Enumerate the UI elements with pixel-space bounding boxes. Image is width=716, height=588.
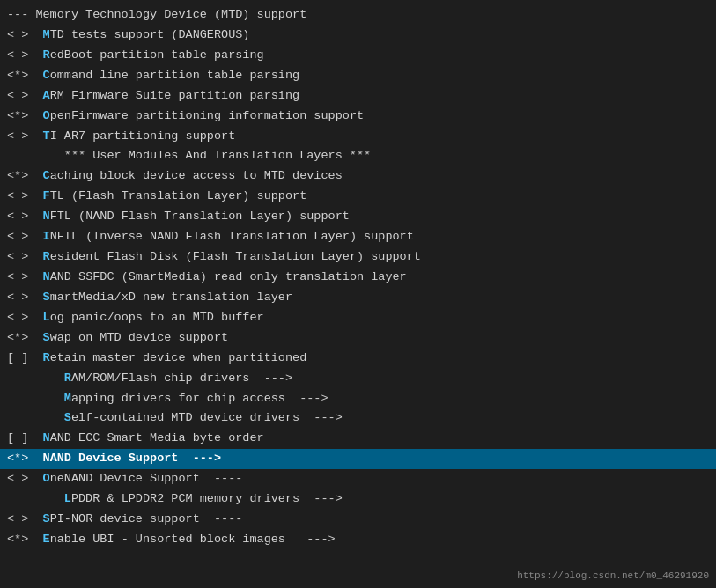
line-text: --- Memory Technology Device (MTD) suppo… [7,6,306,25]
line-control: [ ] [7,349,43,368]
line-accent: C [43,67,50,85]
line-text: TL (Flash Translation Layer) support [50,187,307,206]
line-accent: N [43,268,50,287]
terminal-line-line12: < > INFTL (Inverse NAND Flash Translatio… [0,227,716,247]
line-control: < > [7,248,43,267]
terminal-line-line11: < > NFTL (NAND Flash Translation Layer) … [0,207,716,227]
line-text: TD tests support (DANGEROUS) [50,26,250,45]
terminal-line-line20: Mapping drivers for chip access ---> [0,389,716,409]
terminal-window: --- Memory Technology Device (MTD) suppo… [0,0,716,588]
line-text: AND SSFDC (SmartMedia) read only transla… [50,268,407,287]
line-accent: N [43,208,50,226]
line-accent: S [64,409,71,428]
line-text: AND ECC Smart Media byte order [50,430,264,448]
line-text: AND Device Support ---> [50,450,221,468]
line-accent: S [43,289,50,307]
line-text: NFTL (Inverse NAND Flash Translation Lay… [50,228,414,246]
line-accent: O [43,107,50,126]
line-text: PDDR & LPDDR2 PCM memory drivers ---> [71,490,343,509]
terminal-line-line8: *** User Modules And Translation Layers … [0,146,716,166]
terminal-line-line16: < > Log panic/oops to an MTD buffer [0,308,716,328]
terminal-line-line2: < > MTD tests support (DANGEROUS) [0,26,716,46]
line-accent: M [64,390,71,408]
line-text: elf-contained MTD device drivers ---> [71,409,343,428]
terminal-line-line3: < > RedBoot partition table parsing [0,46,716,66]
line-control: <*> [7,531,43,549]
line-text: penFirmware partitioning information sup… [50,107,364,126]
line-control: < > [7,268,43,287]
line-accent: N [43,450,50,468]
line-accent: F [43,187,50,206]
line-control: <*> [7,167,43,186]
line-text: martMedia/xD new translation layer [50,289,292,307]
terminal-line-line26: < > SPI-NOR device support ---- [0,510,716,530]
terminal-line-line5: < > ARM Firmware Suite partition parsing [0,86,716,107]
terminal-line-line4: <*> Command line partition table parsing [0,66,716,86]
line-accent: C [43,167,50,186]
line-text: FTL (NAND Flash Translation Layer) suppo… [50,208,350,226]
line-control [7,409,64,428]
terminal-line-line9: <*> Caching block device access to MTD d… [0,166,716,187]
watermark: https://blog.csdn.net/m0_46291920 [517,570,709,581]
line-control: < > [7,128,43,146]
line-control: < > [7,26,43,45]
terminal-line-line13: < > Resident Flash Disk (Flash Translati… [0,247,716,268]
line-text: aching block device access to MTD device… [50,167,343,186]
line-accent: L [64,490,71,509]
line-accent: O [43,470,50,489]
line-accent: R [43,248,50,267]
line-control: [ ] [7,430,43,448]
terminal-line-line6: <*> OpenFirmware partitioning informatio… [0,107,716,127]
line-control: <*> [7,107,43,126]
line-text: og panic/oops to an MTD buffer [50,309,264,327]
line-control: <*> [7,450,43,468]
line-control [7,390,64,408]
terminal-line-line23: <*> NAND Device Support ---> [0,449,716,469]
terminal-line-line10: < > FTL (Flash Translation Layer) suppor… [0,187,716,207]
terminal-line-line17: <*> Swap on MTD device support [0,328,716,349]
line-control: <*> [7,67,43,85]
terminal-line-line7: < > TI AR7 partitioning support [0,127,716,147]
terminal-line-line15: < > SmartMedia/xD new translation layer [0,288,716,308]
line-control: < > [7,208,43,226]
terminal-line-line21: Self-contained MTD device drivers ---> [0,408,716,429]
terminal-line-line19: RAM/ROM/Flash chip drivers ---> [0,369,716,389]
line-text: *** User Modules And Translation Layers … [7,147,371,165]
line-accent: I [43,228,50,246]
line-accent: R [64,370,71,388]
line-text: ommand line partition table parsing [50,67,300,85]
line-accent: T [43,128,50,146]
line-text: etain master device when partitioned [50,349,307,368]
line-control [7,370,64,388]
terminal-line-line1: --- Memory Technology Device (MTD) suppo… [0,5,716,26]
line-text: wap on MTD device support [50,329,229,348]
line-accent: M [43,26,50,45]
line-control: <*> [7,329,43,348]
line-accent: N [43,430,50,448]
terminal-line-line27: <*> Enable UBI - Unsorted block images -… [0,530,716,550]
line-control: < > [7,470,43,489]
line-text: RM Firmware Suite partition parsing [50,87,300,106]
line-text: esident Flash Disk (Flash Translation La… [50,248,421,267]
line-accent: R [43,349,50,368]
line-accent: L [43,309,50,327]
line-accent: S [43,329,50,348]
line-text: edBoot partition table parsing [50,47,264,65]
line-control: < > [7,309,43,327]
line-control: < > [7,511,43,529]
line-accent: R [43,47,50,65]
terminal-line-line25: LPDDR & LPDDR2 PCM memory drivers ---> [0,489,716,510]
line-control [7,490,64,509]
line-control: < > [7,47,43,65]
line-control: < > [7,228,43,246]
line-control: < > [7,87,43,106]
terminal-line-line24: < > OneNAND Device Support ---- [0,469,716,489]
line-text: AM/ROM/Flash chip drivers ---> [71,370,292,388]
line-text: I AR7 partitioning support [50,128,236,146]
line-text: nable UBI - Unsorted block images ---> [50,531,336,549]
line-accent: S [43,511,50,529]
line-text: neNAND Device Support ---- [50,470,243,489]
line-control: < > [7,187,43,206]
terminal-line-line22: [ ] NAND ECC Smart Media byte order [0,429,716,449]
line-accent: A [43,87,50,106]
